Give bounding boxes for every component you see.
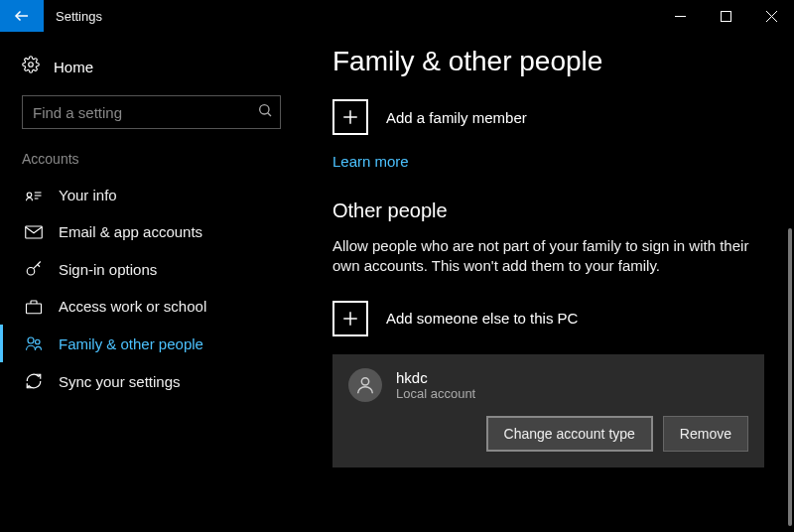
id-card-icon (25, 189, 43, 202)
svg-point-8 (27, 193, 32, 198)
add-other-user-button[interactable]: Add someone else to this PC (332, 301, 764, 336)
briefcase-icon (25, 299, 43, 315)
sidebar-item-signin-options[interactable]: Sign-in options (0, 250, 303, 288)
other-people-description: Allow people who are not part of your fa… (332, 236, 749, 277)
avatar (348, 368, 382, 402)
maximize-icon (721, 11, 731, 22)
svg-point-5 (29, 63, 34, 67)
home-button[interactable]: Home (0, 50, 303, 91)
sidebar-section-header: Accounts (0, 151, 303, 177)
mail-icon (25, 225, 43, 239)
people-icon (25, 334, 43, 352)
sidebar-item-access-work-school[interactable]: Access work or school (0, 288, 303, 325)
svg-line-15 (38, 265, 40, 267)
svg-rect-12 (26, 226, 43, 238)
svg-point-18 (36, 339, 41, 344)
home-label: Home (54, 59, 93, 75)
sidebar-item-email-accounts[interactable]: Email & app accounts (0, 213, 303, 250)
plus-icon (332, 99, 368, 135)
change-account-type-button[interactable]: Change account type (486, 416, 653, 452)
sidebar-item-label: Sign-in options (59, 261, 157, 278)
sidebar-item-family-other[interactable]: Family & other people (0, 325, 303, 362)
svg-point-6 (260, 105, 269, 114)
svg-point-17 (28, 337, 34, 343)
sidebar-item-label: Sync your settings (59, 373, 181, 390)
sidebar-item-label: Email & app accounts (59, 223, 202, 240)
plus-icon (332, 301, 368, 336)
search-icon (257, 102, 273, 122)
sidebar-item-your-info[interactable]: Your info (0, 177, 303, 213)
sync-icon (25, 372, 43, 390)
minimize-button[interactable] (657, 0, 703, 32)
remove-user-button[interactable]: Remove (663, 416, 748, 452)
add-family-label: Add a family member (386, 109, 527, 126)
back-button[interactable] (0, 0, 44, 32)
search-input[interactable] (22, 95, 281, 129)
svg-rect-16 (27, 304, 42, 314)
sidebar-item-label: Your info (59, 187, 117, 203)
learn-more-link[interactable]: Learn more (332, 153, 409, 170)
user-subtitle: Local account (396, 386, 475, 401)
svg-rect-2 (721, 11, 730, 21)
arrow-left-icon (13, 7, 31, 25)
svg-line-14 (34, 262, 41, 269)
minimize-icon (675, 11, 686, 22)
window-title: Settings (44, 0, 114, 32)
add-family-member-button[interactable]: Add a family member (332, 99, 764, 135)
add-other-label: Add someone else to this PC (386, 310, 578, 327)
close-button[interactable] (748, 0, 794, 32)
gear-icon (22, 56, 40, 77)
svg-line-7 (268, 113, 271, 116)
sidebar: Home Accounts Your info Email & app (0, 32, 303, 532)
sidebar-item-label: Family & other people (59, 335, 203, 352)
person-icon (354, 374, 376, 396)
other-people-heading: Other people (332, 200, 764, 222)
scrollbar[interactable] (788, 228, 792, 526)
sidebar-item-sync-settings[interactable]: Sync your settings (0, 362, 303, 400)
content-pane: Family & other people Add a family membe… (303, 32, 794, 532)
key-icon (25, 260, 43, 278)
search-container (22, 95, 281, 129)
maximize-button[interactable] (703, 0, 748, 32)
titlebar: Settings (0, 0, 794, 32)
svg-point-23 (361, 377, 368, 384)
close-icon (766, 11, 777, 22)
sidebar-item-label: Access work or school (59, 298, 206, 315)
user-card[interactable]: hkdc Local account Change account type R… (332, 354, 764, 467)
page-title: Family & other people (332, 46, 764, 77)
user-name: hkdc (396, 369, 475, 386)
